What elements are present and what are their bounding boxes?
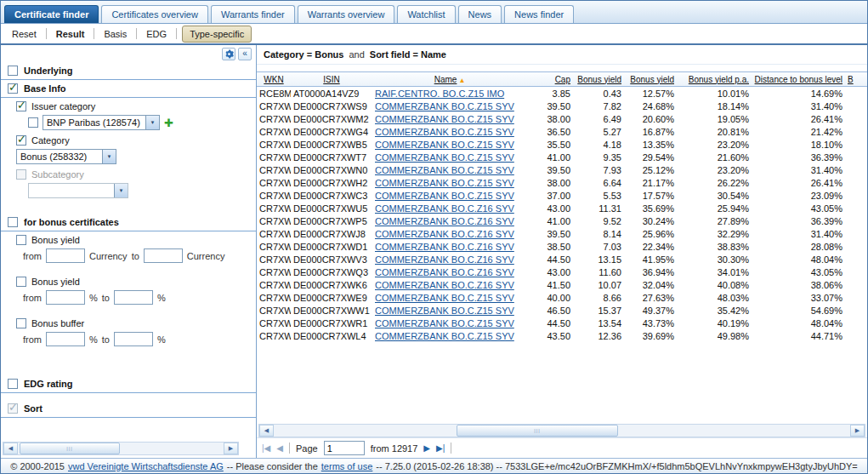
certificate-name-link[interactable]: COMMERZBANK BO.C.Z16 SYV — [375, 254, 514, 265]
table-row[interactable]: CR7XWQ DE000CR7XWQ3 COMMERZBANK BO.C.Z16… — [257, 266, 867, 278]
table-row[interactable]: CR7XWR DE000CR7XWR1 COMMERZBANK BO.C.Z15… — [257, 317, 867, 329]
category-checkbox[interactable] — [16, 135, 26, 146]
add-issuer-icon[interactable]: ✚ — [164, 117, 173, 128]
scroll-left-icon[interactable]: ◀ — [3, 443, 18, 454]
first-page-icon[interactable]: |◀ — [262, 443, 270, 453]
table-row[interactable]: CR7XWT DE000CR7XWT7 COMMERZBANK BO.C.Z15… — [257, 151, 867, 163]
certificate-name-link[interactable]: COMMERZBANK BO.C.Z15 SYV — [375, 140, 514, 150]
subtab-result[interactable]: Result — [52, 27, 89, 41]
bonus-buffer-checkbox[interactable] — [16, 318, 26, 328]
table-row[interactable]: CR7XWH DE000CR7XWH2 COMMERZBANK BO.C.Z15… — [257, 176, 867, 189]
certificate-name-link[interactable]: COMMERZBANK BO.C.Z15 SYV — [375, 178, 514, 188]
subcategory-checkbox[interactable] — [16, 169, 26, 180]
subtab-reset[interactable]: Reset — [8, 27, 41, 41]
from-input[interactable] — [46, 290, 85, 305]
table-row[interactable]: CR7XWJ DE000CR7XWJ8 COMMERZBANK BO.C.Z16… — [257, 227, 867, 240]
to-input[interactable] — [144, 248, 183, 263]
certificate-name-link[interactable]: COMMERZBANK BO.C.Z16 SYV — [375, 267, 514, 277]
scrollbar-track[interactable]: ||| — [18, 443, 224, 454]
table-row[interactable]: CR7XWE DE000CR7XWE9 COMMERZBANK BO.C.Z15… — [257, 291, 867, 304]
column-header-bonus-yield-pct[interactable]: Bonus yield — [624, 75, 677, 84]
next-page-icon[interactable]: ▶ — [423, 443, 430, 453]
certificate-name-link[interactable]: COMMERZBANK BO.C.Z16 SYV — [375, 242, 514, 252]
tab-certificate-finder[interactable]: Certificate finder — [4, 5, 99, 23]
issuer-item-checkbox[interactable] — [28, 117, 38, 128]
column-header-bonus-yield[interactable]: Bonus yield — [573, 75, 624, 84]
scroll-left-icon[interactable]: ◀ — [259, 425, 274, 437]
table-row[interactable]: CR7XWV DE000CR7XWV3 COMMERZBANK BO.C.Z16… — [257, 253, 867, 266]
tab-watchlist[interactable]: Watchlist — [397, 5, 455, 23]
terms-of-use-link[interactable]: terms of use — [321, 461, 373, 471]
certificate-name-link[interactable]: COMMERZBANK BO.C.Z15 SYV — [375, 318, 514, 328]
certificate-name-link[interactable]: COMMERZBANK BO.C.Z16 SYV — [375, 280, 514, 290]
tab-news[interactable]: News — [458, 5, 502, 23]
collapse-sidebar-icon[interactable]: « — [238, 48, 252, 60]
sort-checkbox[interactable] — [8, 403, 18, 414]
tab-certificates-overview[interactable]: Certificates overview — [101, 5, 207, 23]
bonus-yield-pct-checkbox[interactable] — [16, 277, 26, 287]
certificate-name-link[interactable]: COMMERZBANK BO.C.Z16 SYV — [375, 216, 514, 226]
subtab-basis[interactable]: Basis — [99, 27, 131, 41]
certificate-name-link[interactable]: COMMERZBANK BO.C.Z15 SYV — [375, 331, 514, 341]
table-row[interactable]: CR7XWD DE000CR7XWD1 COMMERZBANK BO.C.Z16… — [257, 240, 867, 253]
underlying-checkbox[interactable] — [8, 66, 18, 76]
table-horizontal-scrollbar[interactable]: ◀ ||| ▶ — [258, 424, 865, 437]
issuer-select[interactable]: BNP Paribas (128574) ▼ — [43, 115, 160, 130]
table-row[interactable]: CR7XWC DE000CR7XWC3 COMMERZBANK BO.C.Z15… — [257, 189, 867, 202]
tab-warrants-overview[interactable]: Warrants overview — [298, 5, 395, 23]
subtab-edg[interactable]: EDG — [142, 27, 171, 41]
scrollbar-track[interactable]: ||| — [274, 425, 850, 437]
bonus-yield-currency-checkbox[interactable] — [16, 235, 26, 245]
table-row[interactable]: RCE8MH AT0000A14VZ9 RAIF.CENTRO. BO.C.Z1… — [257, 87, 867, 100]
to-input[interactable] — [114, 290, 153, 305]
prev-page-icon[interactable]: ◀ — [276, 443, 283, 453]
certificate-name-link[interactable]: COMMERZBANK BO.C.Z16 SYV — [375, 203, 514, 214]
table-row[interactable]: CR7XWB DE000CR7XWB5 COMMERZBANK BO.C.Z15… — [257, 138, 867, 151]
gear-icon[interactable] — [222, 48, 235, 60]
certificate-name-link[interactable]: COMMERZBANK BO.C.Z15 SYV — [375, 101, 514, 111]
certificate-name-link[interactable]: COMMERZBANK BO.C.Z15 SYV — [375, 114, 514, 124]
table-row[interactable]: CR7XWN DE000CR7XWN0 COMMERZBANK BO.C.Z15… — [257, 163, 867, 176]
table-row[interactable]: CR7XWU DE000CR7XWU5 COMMERZBANK BO.C.Z16… — [257, 202, 867, 214]
subtab-type-specific[interactable]: Type-specific — [182, 26, 252, 43]
certificate-name-link[interactable]: COMMERZBANK BO.C.Z15 SYV — [375, 127, 514, 137]
edg-rating-checkbox[interactable] — [8, 379, 18, 389]
tab-warrants-finder[interactable]: Warrants finder — [211, 5, 295, 23]
scroll-right-icon[interactable]: ▶ — [224, 443, 238, 454]
tab-news-finder[interactable]: News finder — [504, 5, 574, 23]
certificate-name-link[interactable]: RAIF.CENTRO. BO.C.Z15 IMO — [375, 89, 504, 99]
table-row[interactable]: CR7XWS DE000CR7XWS9 COMMERZBANK BO.C.Z15… — [257, 100, 867, 112]
table-row[interactable]: CR7XWG DE000CR7XWG4 COMMERZBANK BO.C.Z15… — [257, 125, 867, 138]
from-input[interactable] — [46, 248, 85, 263]
column-header-isin[interactable]: ISIN — [291, 75, 372, 84]
column-header-b-truncated[interactable]: B — [845, 75, 867, 84]
category-select[interactable]: Bonus (258332) ▼ — [16, 149, 116, 164]
scroll-right-icon[interactable]: ▶ — [850, 425, 865, 437]
last-page-icon[interactable]: ▶| — [436, 443, 445, 453]
table-row[interactable]: CR7XWL DE000CR7XWL4 COMMERZBANK BO.C.Z15… — [257, 329, 867, 342]
certificate-name-link[interactable]: COMMERZBANK BO.C.Z16 SYV — [375, 229, 514, 239]
column-header-name[interactable]: Name▲ — [372, 75, 527, 84]
certificate-name-link[interactable]: COMMERZBANK BO.C.Z15 SYV — [375, 306, 514, 316]
company-link[interactable]: vwd Vereinigte Wirtschaftsdienste AG — [68, 461, 224, 471]
sidebar-horizontal-scrollbar[interactable]: ◀ ||| ▶ — [3, 442, 239, 455]
column-header-bonus-yield-pa[interactable]: Bonus yield p.a. — [677, 75, 752, 84]
scrollbar-thumb[interactable]: ||| — [20, 443, 120, 454]
page-number-input[interactable] — [324, 441, 365, 455]
scrollbar-thumb[interactable]: ||| — [457, 425, 618, 437]
from-input[interactable] — [46, 332, 85, 346]
table-row[interactable]: CR7XWW DE000CR7XWW1 COMMERZBANK BO.C.Z15… — [257, 304, 867, 317]
table-row[interactable]: CR7XWP DE000CR7XWP5 COMMERZBANK BO.C.Z16… — [257, 214, 867, 227]
certificate-name-link[interactable]: COMMERZBANK BO.C.Z15 SYV — [375, 191, 514, 201]
base-info-checkbox[interactable] — [8, 83, 18, 94]
table-row[interactable]: CR7XWK DE000CR7XWK6 COMMERZBANK BO.C.Z16… — [257, 278, 867, 291]
certificate-name-link[interactable]: COMMERZBANK BO.C.Z15 SYV — [375, 293, 514, 303]
column-header-distance[interactable]: Distance to bonus level — [752, 75, 845, 84]
certificate-name-link[interactable]: COMMERZBANK BO.C.Z15 SYV — [375, 165, 514, 175]
bonus-certificates-checkbox[interactable] — [8, 217, 18, 227]
to-input[interactable] — [114, 332, 153, 346]
subcategory-select[interactable]: ▼ — [28, 183, 128, 198]
column-header-wkn[interactable]: WKN — [257, 75, 291, 84]
table-row[interactable]: CR7XWM DE000CR7XWM2 COMMERZBANK BO.C.Z15… — [257, 112, 867, 125]
issuer-category-checkbox[interactable] — [16, 101, 26, 111]
